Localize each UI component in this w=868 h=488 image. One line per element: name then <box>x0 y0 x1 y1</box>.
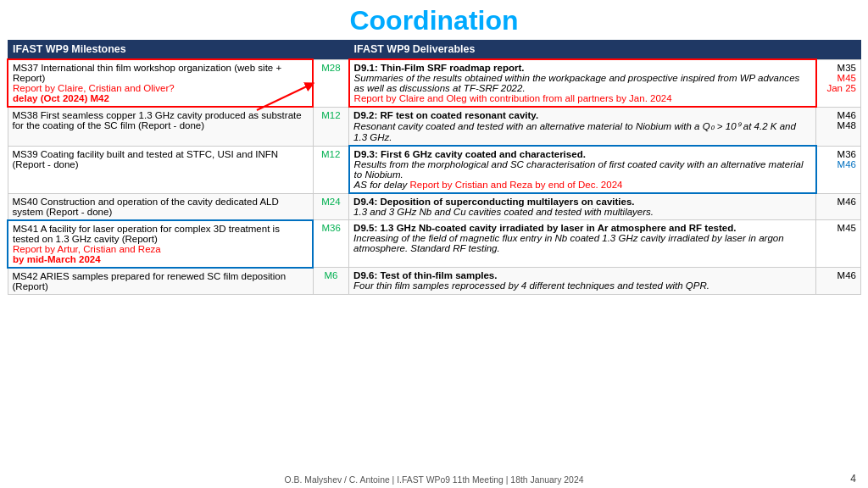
ms-cell: MS40 Construction and operation of the c… <box>8 193 313 220</box>
del-italic: Results from the morphological and SC ch… <box>354 159 804 180</box>
ms-num-cell: M6 <box>313 268 348 295</box>
table-row: MS37 International thin film workshop or… <box>8 59 861 107</box>
del-title: D9.3: First 6 GHz cavity coated and char… <box>354 149 586 159</box>
del-num-cell: M35M45Jan 25 <box>816 59 861 107</box>
ms-cell: MS37 International thin film workshop or… <box>8 59 313 107</box>
del-title: D9.1: Thin-Film SRF roadmap report. <box>354 63 525 73</box>
ms-subtext: Report by Claire, Cristian and Oliver? <box>13 83 175 93</box>
ms-subtext2: delay (Oct 2024) M42 <box>13 93 109 103</box>
del-italic2: AS for delay <box>354 180 410 190</box>
del-num2: M46 <box>837 159 856 169</box>
header-deliverables: IFAST WP9 Deliverables <box>349 40 816 59</box>
del-cell: D9.6: Test of thin-film samples.Four thi… <box>349 268 816 295</box>
del-red-text: Report by Cristian and Reza by end of De… <box>410 180 623 190</box>
ms-main-text: MS41 A facility for laser operation for … <box>13 224 280 244</box>
del-num-cell: M36M46 <box>816 146 861 193</box>
del-num-cell: M46 <box>816 193 861 220</box>
ms-num-cell: M24 <box>313 193 348 220</box>
del-num2: M48 <box>837 120 856 130</box>
page-number: 4 <box>850 473 856 485</box>
del-num1: M46 <box>837 197 856 207</box>
ms-cell: MS42 ARIES samples prepared for renewed … <box>8 268 313 295</box>
footer-text: O.B. Malyshev / C. Antoine | I.FAST WPo9… <box>0 475 868 485</box>
del-cell: D9.5: 1.3 GHz Nb-coated cavity irradiate… <box>349 220 816 268</box>
del-italic: Resonant cavity coated and tested with a… <box>353 121 796 142</box>
ms-main-text: MS37 International thin film workshop or… <box>13 63 281 83</box>
ms-subtext2: by mid-March 2024 <box>13 254 101 264</box>
del-num1: M45 <box>837 223 856 233</box>
del-cell: D9.1: Thin-Film SRF roadmap report.Summa… <box>349 59 816 107</box>
header-milestones: IFAST WP9 Milestones <box>8 40 313 59</box>
ms-main-text: MS38 First seamless copper 1.3 GHz cavit… <box>13 110 302 130</box>
ms-main-text: MS42 ARIES samples prepared for renewed … <box>13 271 287 291</box>
header-ms-num <box>313 40 348 59</box>
del-italic: 1.3 and 3 GHz Nb and Cu cavities coated … <box>353 207 654 217</box>
ms-num-cell: M28 <box>313 59 348 107</box>
del-cell: D9.3: First 6 GHz cavity coated and char… <box>349 146 816 193</box>
del-red-text: Report by Claire and Oleg with contribut… <box>354 93 672 103</box>
table-row: MS41 A facility for laser operation for … <box>8 220 861 268</box>
del-italic: Summaries of the results obtained within… <box>354 73 800 93</box>
ms-num-cell: M12 <box>313 146 348 193</box>
ms-cell: MS38 First seamless copper 1.3 GHz cavit… <box>8 107 313 146</box>
ms-main-text: MS40 Construction and operation of the c… <box>13 197 279 217</box>
del-num1: M46 <box>837 270 856 280</box>
del-cell: D9.2: RF test on coated resonant cavity.… <box>349 107 816 146</box>
main-table-wrapper: IFAST WP9 Milestones IFAST WP9 Deliverab… <box>0 40 868 295</box>
table-row: MS42 ARIES samples prepared for renewed … <box>8 268 861 295</box>
del-num-cell: M46M48 <box>816 107 861 146</box>
del-title: D9.2: RF test on coated resonant cavity. <box>353 110 538 120</box>
del-num-cell: M45 <box>816 220 861 268</box>
coordination-table: IFAST WP9 Milestones IFAST WP9 Deliverab… <box>7 40 861 295</box>
table-row: MS40 Construction and operation of the c… <box>8 193 861 220</box>
ms-num-cell: M36 <box>313 220 348 268</box>
ms-subtext: Report by Artur, Cristian and Reza <box>13 244 161 254</box>
del-cell: D9.4: Deposition of superconducting mult… <box>349 193 816 220</box>
table-row: MS39 Coating facility built and tested a… <box>8 146 861 193</box>
del-italic: Four thin film samples reprocessed by 4 … <box>353 280 709 291</box>
header-del-num <box>816 40 861 59</box>
ms-cell: MS41 A facility for laser operation for … <box>8 220 313 268</box>
del-title: D9.6: Test of thin-film samples. <box>353 270 497 280</box>
del-italic: Increasing of the field of magnetic flux… <box>353 233 784 253</box>
table-row: MS38 First seamless copper 1.3 GHz cavit… <box>8 107 861 146</box>
del-num1: M36 <box>837 149 856 159</box>
ms-num-cell: M12 <box>313 107 348 146</box>
del-title: D9.5: 1.3 GHz Nb-coated cavity irradiate… <box>353 223 736 233</box>
ms-cell: MS39 Coating facility built and tested a… <box>8 146 313 193</box>
del-num2: M45 <box>837 73 856 83</box>
page-title: Coordination <box>0 0 868 40</box>
del-num1: M46 <box>837 110 856 120</box>
del-num3: Jan 25 <box>826 83 856 93</box>
del-num-cell: M46 <box>816 268 861 295</box>
del-title: D9.4: Deposition of superconducting mult… <box>353 197 634 207</box>
del-num1: M35 <box>837 63 856 73</box>
ms-main-text: MS39 Coating facility built and tested a… <box>13 149 279 169</box>
